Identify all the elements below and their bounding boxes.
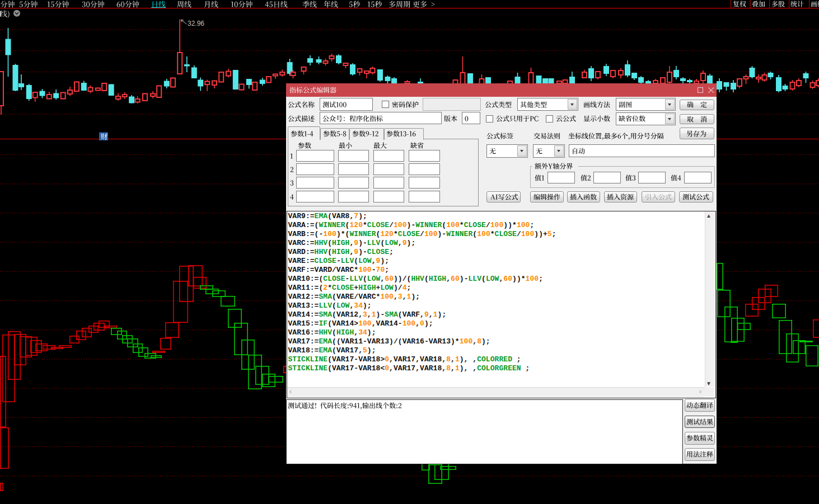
svg-text:32.96: 32.96	[188, 20, 204, 27]
